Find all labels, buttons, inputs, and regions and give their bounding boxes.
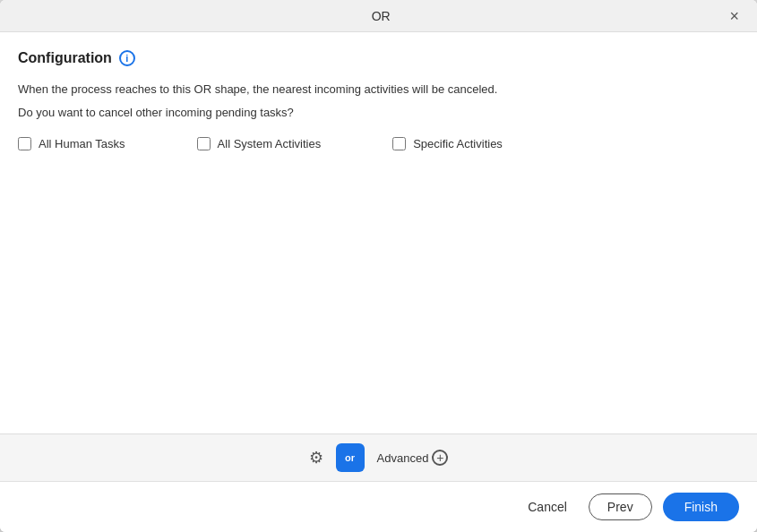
close-button[interactable]: × — [726, 8, 743, 24]
checkbox-all-system-activities-input[interactable] — [197, 137, 211, 150]
dialog: OR × Configuration i When the process re… — [0, 0, 757, 532]
or-badge[interactable]: or — [336, 443, 365, 472]
cancel-button[interactable]: Cancel — [517, 494, 578, 519]
checkbox-specific-activities-label: Specific Activities — [413, 137, 503, 150]
checkbox-all-system-activities-label: All System Activities — [218, 137, 322, 150]
checkbox-all-system-activities[interactable]: All System Activities — [197, 137, 322, 150]
dialog-header: OR × — [0, 0, 757, 32]
finish-button[interactable]: Finish — [663, 493, 739, 521]
checkbox-specific-activities[interactable]: Specific Activities — [392, 137, 503, 150]
checkboxes-row: All Human Tasks All System Activities Sp… — [18, 133, 739, 154]
dialog-title: OR — [36, 9, 726, 23]
footer-tabs: ⚙ or Advanced + — [0, 433, 757, 481]
checkbox-all-human-tasks-input[interactable] — [18, 137, 31, 150]
info-icon[interactable]: i — [119, 50, 135, 66]
prev-button[interactable]: Prev — [589, 493, 652, 520]
gear-icon[interactable]: ⚙ — [304, 445, 329, 470]
checkbox-all-human-tasks-label: All Human Tasks — [39, 137, 125, 150]
section-title-text: Configuration — [18, 50, 112, 66]
dialog-actions: Cancel Prev Finish — [0, 481, 757, 532]
dialog-body: Configuration i When the process reaches… — [0, 32, 757, 433]
advanced-label: Advanced — [377, 451, 429, 465]
advanced-button[interactable]: Advanced + — [372, 446, 454, 469]
checkbox-specific-activities-input[interactable] — [392, 137, 406, 150]
section-title-area: Configuration i — [18, 50, 739, 66]
footer-tab-spacer: ⚙ or Advanced + — [14, 443, 743, 472]
description-text: When the process reaches to this OR shap… — [18, 81, 739, 99]
advanced-plus-icon: + — [432, 450, 448, 466]
checkbox-all-human-tasks[interactable]: All Human Tasks — [18, 137, 125, 150]
question-text: Do you want to cancel other incoming pen… — [18, 106, 739, 119]
